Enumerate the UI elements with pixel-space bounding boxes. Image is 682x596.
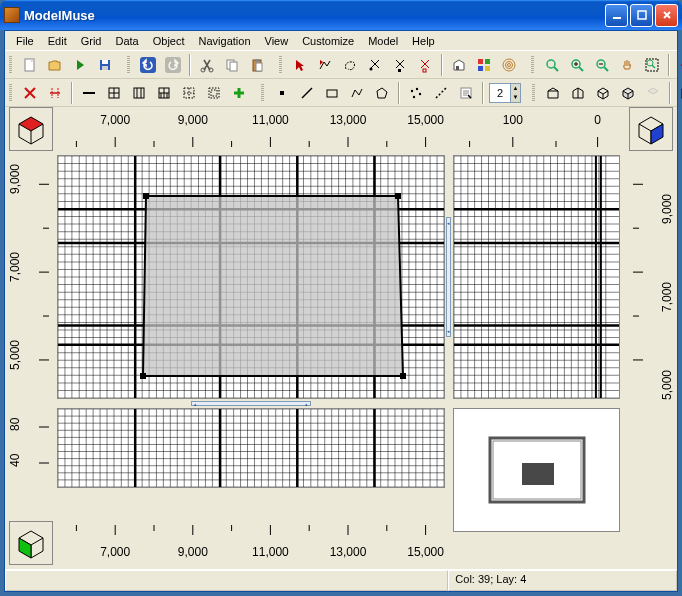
svg-rect-7 (165, 57, 181, 73)
top-view[interactable] (57, 155, 445, 399)
h-line-button[interactable] (78, 82, 100, 104)
menu-customize[interactable]: Customize (295, 33, 361, 49)
copy-button[interactable] (221, 54, 243, 76)
pan-button[interactable] (616, 54, 638, 76)
ruler-label: 7,000 (100, 545, 130, 559)
zoom-box-button[interactable] (641, 54, 663, 76)
vertex-handle[interactable] (400, 373, 406, 379)
ruler-label: 9,000 (178, 113, 208, 127)
window-title: ModelMuse (24, 8, 603, 23)
vertex-handle[interactable] (140, 373, 146, 379)
show-hide-button[interactable] (448, 54, 470, 76)
3d-key-view[interactable] (453, 408, 620, 532)
contour-button[interactable] (498, 54, 520, 76)
view-top-button[interactable] (592, 82, 614, 104)
front-view[interactable] (57, 408, 445, 488)
menu-bar: File Edit Grid Data Object Navigation Vi… (5, 31, 677, 51)
delete-button[interactable] (19, 82, 41, 104)
colors-button[interactable] (473, 54, 495, 76)
svg-point-24 (506, 61, 513, 68)
layer-spinner[interactable]: ▲▼ (489, 83, 521, 103)
grid-angle-button[interactable] (178, 82, 200, 104)
vertex-handle[interactable] (143, 193, 149, 199)
menu-file[interactable]: File (9, 33, 41, 49)
front-view-cube[interactable] (9, 521, 53, 565)
zoom-extents-button[interactable] (541, 54, 563, 76)
svg-rect-36 (211, 90, 217, 96)
svg-point-26 (547, 60, 555, 68)
draw-rectangle-button[interactable] (321, 82, 343, 104)
svg-rect-14 (256, 63, 262, 71)
svg-rect-20 (485, 59, 490, 64)
subdivide-row-button[interactable] (153, 82, 175, 104)
svg-rect-1 (638, 11, 646, 19)
save-button[interactable] (94, 54, 116, 76)
top-view-cube[interactable] (9, 107, 53, 151)
select-point-button[interactable] (364, 54, 386, 76)
ruler-label: 13,000 (330, 113, 367, 127)
delete-vertex-button[interactable] (414, 54, 436, 76)
maximize-button[interactable] (630, 4, 653, 27)
svg-rect-37 (280, 91, 284, 95)
menu-model[interactable]: Model (361, 33, 405, 49)
run-button[interactable] (69, 54, 91, 76)
splitter-top-front[interactable] (57, 400, 445, 407)
lasso-button[interactable] (339, 54, 361, 76)
minimize-button[interactable] (605, 4, 628, 27)
side-view[interactable] (453, 155, 620, 399)
new-file-button[interactable] (19, 54, 41, 76)
status-bar: Col: 39; Lay: 4 (5, 569, 677, 591)
cut-button[interactable] (196, 54, 218, 76)
status-col-layer: Col: 39; Lay: 4 (448, 570, 677, 591)
grid-smooth-button[interactable] (203, 82, 225, 104)
draw-polyline-button[interactable] (346, 82, 368, 104)
menu-view[interactable]: View (258, 33, 296, 49)
view-3d-button[interactable] (617, 82, 639, 104)
view-side-button[interactable] (567, 82, 589, 104)
view-front-button[interactable] (542, 82, 564, 104)
view-faded-button[interactable] (642, 82, 664, 104)
menu-help[interactable]: Help (405, 33, 442, 49)
menu-data[interactable]: Data (108, 33, 145, 49)
undo-button[interactable] (137, 54, 159, 76)
go-to-button[interactable] (675, 54, 682, 76)
draw-dashed-button[interactable] (430, 82, 452, 104)
ruler-left-z: 40 80 (9, 407, 53, 487)
insert-vertex-button[interactable] (389, 54, 411, 76)
menu-object[interactable]: Object (146, 33, 192, 49)
cell-button[interactable] (103, 82, 125, 104)
select-polyline-button[interactable] (314, 54, 336, 76)
zoom-out-button[interactable] (591, 54, 613, 76)
add-button[interactable] (228, 82, 250, 104)
work-area: 7,000 9,000 11,000 13,000 15,000 100 0 5… (5, 107, 677, 569)
svg-rect-22 (485, 66, 490, 71)
open-file-button[interactable] (44, 54, 66, 76)
menu-edit[interactable]: Edit (41, 33, 74, 49)
side-view-cube[interactable] (629, 107, 673, 151)
menu-navigation[interactable]: Navigation (192, 33, 258, 49)
svg-rect-16 (398, 69, 401, 72)
object-props-button[interactable] (455, 82, 477, 104)
splitter-top-side[interactable] (445, 155, 452, 399)
draw-line-button[interactable] (296, 82, 318, 104)
close-button[interactable] (655, 4, 678, 27)
draw-polygon-button[interactable] (371, 82, 393, 104)
shell-button[interactable] (676, 82, 682, 104)
subdivide-col-button[interactable] (128, 82, 150, 104)
menu-grid[interactable]: Grid (74, 33, 109, 49)
zoom-in-button[interactable] (566, 54, 588, 76)
spinner-up-icon[interactable]: ▲ (510, 84, 520, 93)
spinner-down-icon[interactable]: ▼ (510, 93, 520, 102)
layer-spinner-input[interactable] (490, 84, 510, 102)
ruler-label: 11,000 (252, 545, 289, 559)
svg-rect-11 (230, 62, 237, 71)
redo-button[interactable] (162, 54, 184, 76)
move-origin-button[interactable] (44, 82, 66, 104)
vertex-handle[interactable] (395, 193, 401, 199)
select-arrow-button[interactable] (289, 54, 311, 76)
svg-rect-17 (423, 69, 426, 72)
draw-points-button[interactable] (405, 82, 427, 104)
draw-point-button[interactable] (271, 82, 293, 104)
paste-button[interactable] (246, 54, 268, 76)
ruler-label: 9,000 (8, 164, 22, 194)
